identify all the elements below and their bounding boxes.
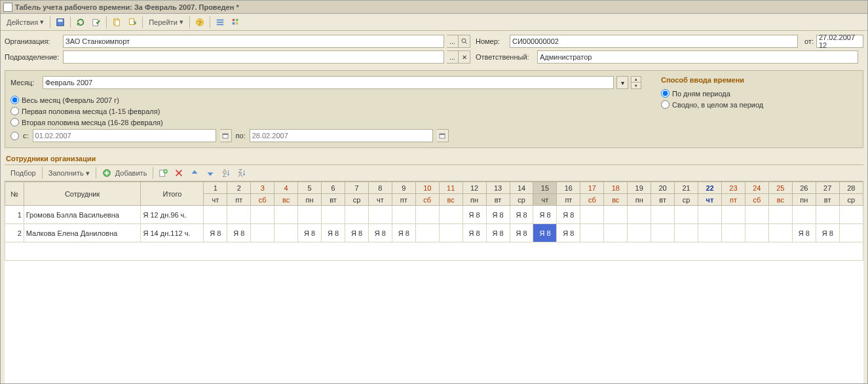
col-wd-18[interactable]: вс: [604, 194, 628, 206]
month-up-button[interactable]: ▴: [631, 76, 641, 83]
cell-day[interactable]: [298, 206, 322, 224]
list-button[interactable]: [213, 16, 227, 29]
col-wd-15[interactable]: чт: [533, 194, 557, 206]
cell-day[interactable]: [816, 206, 839, 224]
col-day-14[interactable]: 14: [510, 182, 533, 194]
cell-day[interactable]: [792, 206, 816, 224]
col-wd-22[interactable]: чт: [698, 194, 722, 206]
add-button[interactable]: Добавить: [99, 166, 151, 180]
org-input[interactable]: ЗАО Станкоимпорт: [63, 35, 444, 48]
move-up-button[interactable]: [187, 166, 202, 180]
col-day-19[interactable]: 19: [628, 182, 651, 194]
date-input[interactable]: 27.02.2007 12: [816, 35, 863, 48]
col-wd-23[interactable]: пт: [721, 194, 745, 206]
goto-menu[interactable]: Перейти ▾: [145, 16, 187, 29]
col-day-24[interactable]: 24: [745, 182, 768, 194]
col-wd-2[interactable]: пт: [227, 194, 251, 206]
delete-button[interactable]: [172, 166, 186, 180]
col-day-27[interactable]: 27: [816, 182, 839, 194]
cell-day[interactable]: [251, 206, 274, 224]
col-wd-21[interactable]: ср: [675, 194, 698, 206]
table-row[interactable]: 1Громова Бэлла ВасильевнаЯ 12 дн.96 ч.Я …: [5, 206, 863, 224]
cell-day[interactable]: Я 8: [462, 224, 486, 242]
col-wd-4[interactable]: вс: [274, 194, 298, 206]
period-second-radio[interactable]: [10, 118, 19, 126]
cell-day[interactable]: Я 8: [557, 224, 580, 242]
col-wd-8[interactable]: чт: [368, 194, 392, 206]
cell-day[interactable]: [628, 224, 651, 242]
insert-button[interactable]: [156, 166, 170, 180]
copy-button[interactable]: [109, 16, 124, 29]
col-day-20[interactable]: 20: [651, 182, 675, 194]
cell-day[interactable]: [415, 206, 439, 224]
col-wd-10[interactable]: сб: [415, 194, 439, 206]
cell-day[interactable]: [415, 224, 439, 242]
cell-day[interactable]: Я 8: [204, 224, 227, 242]
month-input[interactable]: Февраль 2007: [43, 76, 614, 89]
cell-day[interactable]: Я 8: [533, 206, 557, 224]
refresh-button[interactable]: [73, 16, 88, 29]
cell-day[interactable]: Я 8: [557, 206, 580, 224]
col-wd-12[interactable]: пн: [462, 194, 486, 206]
cell-day[interactable]: [839, 206, 863, 224]
col-day-26[interactable]: 26: [792, 182, 816, 194]
col-employee[interactable]: Сотрудник: [24, 182, 141, 206]
col-day-8[interactable]: 8: [368, 182, 392, 194]
col-wd-24[interactable]: сб: [745, 194, 768, 206]
cell-day[interactable]: [368, 206, 392, 224]
col-day-11[interactable]: 11: [439, 182, 462, 194]
timesheet-grid[interactable]: №СотрудникИтого1234567891011121314151617…: [5, 182, 863, 261]
cell-day[interactable]: [768, 224, 792, 242]
col-day-3[interactable]: 3: [251, 182, 274, 194]
col-wd-27[interactable]: вт: [816, 194, 839, 206]
period-first-radio[interactable]: [10, 107, 19, 115]
col-day-9[interactable]: 9: [392, 182, 415, 194]
mode-summary-radio[interactable]: [661, 100, 670, 109]
col-wd-6[interactable]: вт: [322, 194, 345, 206]
col-day-28[interactable]: 28: [839, 182, 863, 194]
cell-day[interactable]: [651, 224, 675, 242]
cell-day[interactable]: [698, 224, 722, 242]
cell-day[interactable]: [675, 206, 698, 224]
col-day-7[interactable]: 7: [345, 182, 368, 194]
cell-day[interactable]: [274, 206, 298, 224]
cell-day[interactable]: [839, 224, 863, 242]
cell-day[interactable]: [392, 206, 415, 224]
col-wd-7[interactable]: ср: [345, 194, 368, 206]
period-to-input[interactable]: 28.02.2007: [250, 129, 433, 142]
col-day-18[interactable]: 18: [604, 182, 628, 194]
cell-day[interactable]: Я 8: [533, 224, 557, 242]
col-wd-26[interactable]: пн: [792, 194, 816, 206]
cell-day[interactable]: [580, 224, 604, 242]
col-wd-14[interactable]: ср: [510, 194, 533, 206]
cell-day[interactable]: [439, 224, 462, 242]
col-day-10[interactable]: 10: [415, 182, 439, 194]
col-day-5[interactable]: 5: [298, 182, 322, 194]
cell-day[interactable]: Я 8: [368, 224, 392, 242]
cell-day[interactable]: Я 8: [486, 206, 510, 224]
col-wd-25[interactable]: вс: [768, 194, 792, 206]
period-whole-radio[interactable]: [10, 96, 19, 104]
col-wd-3[interactable]: сб: [251, 194, 274, 206]
sort-asc-button[interactable]: AZ: [219, 166, 233, 180]
org-lookup-button[interactable]: [459, 35, 470, 48]
col-wd-13[interactable]: вт: [486, 194, 510, 206]
cell-day[interactable]: [698, 206, 722, 224]
col-wd-9[interactable]: пт: [392, 194, 415, 206]
period-custom-radio[interactable]: [10, 132, 19, 140]
cell-day[interactable]: [274, 224, 298, 242]
cell-day[interactable]: Я 8: [227, 224, 251, 242]
col-day-16[interactable]: 16: [557, 182, 580, 194]
col-wd-1[interactable]: чт: [204, 194, 227, 206]
cell-day[interactable]: Я 8: [816, 224, 839, 242]
mode-days-radio[interactable]: [661, 89, 670, 98]
col-wd-19[interactable]: пн: [628, 194, 651, 206]
period-from-input[interactable]: 01.02.2007: [33, 129, 216, 142]
cell-day[interactable]: [227, 206, 251, 224]
dept-input[interactable]: [63, 50, 444, 64]
cell-day[interactable]: Я 8: [345, 224, 368, 242]
cell-day[interactable]: Я 8: [510, 206, 533, 224]
col-total[interactable]: Итого: [141, 182, 204, 206]
cell-day[interactable]: [604, 206, 628, 224]
cell-day[interactable]: [745, 224, 768, 242]
